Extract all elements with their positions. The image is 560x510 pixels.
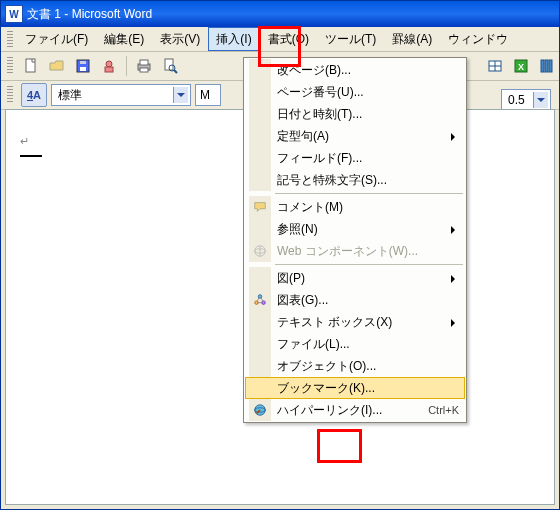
window-title: 文書 1 - Microsoft Word xyxy=(27,6,152,23)
menu-format[interactable]: 書式(O) xyxy=(260,27,317,51)
print-button[interactable] xyxy=(132,54,156,78)
save-button[interactable] xyxy=(71,54,95,78)
line-spacing-value: 0.5 xyxy=(508,93,525,107)
svg-rect-2 xyxy=(80,67,86,71)
web-component-icon xyxy=(249,240,271,262)
menu-item-textbox[interactable]: テキスト ボックス(X) xyxy=(245,311,465,333)
menu-item-field[interactable]: フィールド(F)... xyxy=(245,147,465,169)
menu-item-label: テキスト ボックス(X) xyxy=(277,314,459,331)
menu-item-comment[interactable]: コメント(M) xyxy=(245,196,465,218)
svg-rect-19 xyxy=(549,60,552,72)
print-preview-button[interactable] xyxy=(158,54,182,78)
font-combo[interactable]: M xyxy=(195,84,221,106)
menu-item-label: オブジェクト(O)... xyxy=(277,358,459,375)
app-icon: W xyxy=(5,5,23,23)
menu-item-label: ページ番号(U)... xyxy=(277,84,459,101)
menu-window[interactable]: ウィンドウ xyxy=(440,27,516,51)
svg-rect-5 xyxy=(105,67,113,72)
menu-bar: ファイル(F) 編集(E) 表示(V) 挿入(I) 書式(O) ツール(T) 罫… xyxy=(1,27,559,52)
menu-item-picture[interactable]: 図(P) xyxy=(245,267,465,289)
menu-item-label: 図表(G)... xyxy=(277,292,459,309)
svg-point-25 xyxy=(262,301,266,305)
svg-point-4 xyxy=(106,61,112,67)
menu-item-label: コメント(M) xyxy=(277,199,459,216)
menu-item-shortcut: Ctrl+K xyxy=(428,404,459,416)
menu-item-date-time[interactable]: 日付と時刻(T)... xyxy=(245,103,465,125)
permission-button[interactable] xyxy=(97,54,121,78)
svg-rect-18 xyxy=(545,60,548,72)
toolbar-grip[interactable] xyxy=(7,86,13,104)
app-window: W 文書 1 - Microsoft Word ファイル(F) 編集(E) 表示… xyxy=(0,0,560,510)
menu-separator xyxy=(275,264,463,265)
svg-rect-17 xyxy=(541,60,544,72)
menu-insert[interactable]: 挿入(I) xyxy=(208,27,259,51)
styles-pane-button[interactable]: 4A xyxy=(21,83,47,107)
columns-button[interactable] xyxy=(535,54,559,78)
style-combo[interactable]: 標準 xyxy=(51,84,191,106)
menu-item-hyperlink[interactable]: ハイパーリンク(I)...Ctrl+K xyxy=(245,399,465,421)
menu-item-label: フィールド(F)... xyxy=(277,150,459,167)
menu-item-label: ブックマーク(K)... xyxy=(277,380,459,397)
menu-view[interactable]: 表示(V) xyxy=(152,27,208,51)
menu-item-autotext[interactable]: 定型句(A) xyxy=(245,125,465,147)
menu-item-diagram[interactable]: 図表(G)... xyxy=(245,289,465,311)
hyperlink-icon xyxy=(249,399,271,421)
svg-rect-8 xyxy=(140,68,148,72)
svg-line-11 xyxy=(174,70,177,73)
menu-item-label: 定型句(A) xyxy=(277,128,459,145)
menu-item-label: 日付と時刻(T)... xyxy=(277,106,459,123)
diagram-icon xyxy=(249,289,271,311)
menu-separator xyxy=(275,193,463,194)
chevron-down-icon xyxy=(173,87,188,103)
paragraph-mark: ↵ xyxy=(20,135,29,147)
svg-rect-3 xyxy=(80,61,86,64)
toolbar-grip[interactable] xyxy=(7,57,13,75)
font-value: M xyxy=(200,88,210,102)
new-doc-button[interactable] xyxy=(19,54,43,78)
svg-rect-7 xyxy=(140,60,148,65)
menu-item-label: ハイパーリンク(I)... xyxy=(277,402,420,419)
excel-button[interactable]: X xyxy=(509,54,533,78)
chevron-down-icon xyxy=(533,92,548,108)
line-spacing-combo[interactable]: 0.5 xyxy=(501,89,551,111)
menu-item-page-numbers[interactable]: ページ番号(U)... xyxy=(245,81,465,103)
menu-item-label: Web コンポーネント(W)... xyxy=(277,243,459,260)
tables-borders-button[interactable] xyxy=(483,54,507,78)
comment-icon xyxy=(249,196,271,218)
menu-item-file[interactable]: ファイル(L)... xyxy=(245,333,465,355)
menu-tools[interactable]: ツール(T) xyxy=(317,27,384,51)
open-button[interactable] xyxy=(45,54,69,78)
menu-item-page-break[interactable]: 改ページ(B)... xyxy=(245,59,465,81)
svg-text:X: X xyxy=(518,62,524,72)
text-caret xyxy=(20,155,42,157)
insert-menu-dropdown: 改ページ(B)... ページ番号(U)... 日付と時刻(T)... 定型句(A… xyxy=(243,57,467,423)
menu-file[interactable]: ファイル(F) xyxy=(17,27,96,51)
menu-item-bookmark[interactable]: ブックマーク(K)... xyxy=(245,377,465,399)
menu-item-label: 記号と特殊文字(S)... xyxy=(277,172,459,189)
style-value: 標準 xyxy=(58,87,82,104)
menu-item-web-component: Web コンポーネント(W)... xyxy=(245,240,465,262)
menu-item-symbol[interactable]: 記号と特殊文字(S)... xyxy=(245,169,465,191)
menu-edit[interactable]: 編集(E) xyxy=(96,27,152,51)
menu-item-object[interactable]: オブジェクト(O)... xyxy=(245,355,465,377)
menu-item-reference[interactable]: 参照(N) xyxy=(245,218,465,240)
menu-item-label: ファイル(L)... xyxy=(277,336,459,353)
menu-table[interactable]: 罫線(A) xyxy=(384,27,440,51)
toolbar-grip[interactable] xyxy=(7,31,13,47)
menu-item-label: 改ページ(B)... xyxy=(277,62,459,79)
svg-rect-0 xyxy=(26,59,35,72)
toolbar-separator xyxy=(126,56,127,76)
title-bar: W 文書 1 - Microsoft Word xyxy=(1,1,559,27)
menu-item-label: 参照(N) xyxy=(277,221,459,238)
menu-item-label: 図(P) xyxy=(277,270,459,287)
